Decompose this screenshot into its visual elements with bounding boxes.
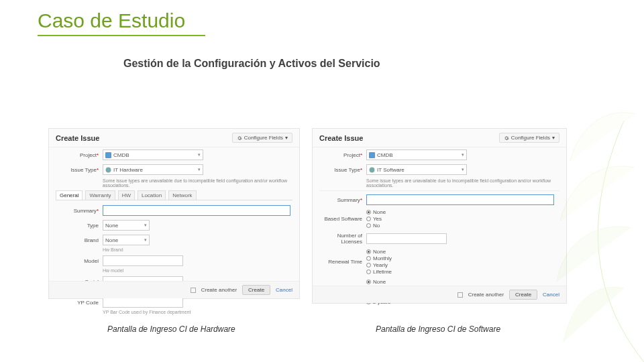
radio-icon [366,256,371,261]
radio-support-none[interactable]: None [366,279,390,285]
radio-icon [366,263,371,267]
issue-type-select[interactable]: IT Software ▾ [366,164,467,175]
project-value: CMDB [113,152,129,158]
tab-hw[interactable]: HW [118,190,135,200]
caption-software: Pantalla de Ingreso CI de Software [376,324,500,334]
yp-label: YP Code [56,300,103,306]
yp-input[interactable] [103,297,183,308]
dialog-footer: Create another Create Cancel [313,286,566,303]
issue-type-label: Issue Type* [319,167,366,173]
radio-renewal-yearly[interactable]: Yearly [366,262,392,268]
licenses-input[interactable] [366,233,447,244]
configure-fields-button[interactable]: Configure Fields ▾ [499,133,559,143]
svg-point-3 [370,167,375,172]
renewal-label: Renewal Time [319,259,366,265]
project-icon [105,152,111,158]
issue-type-value: IT Software [377,167,405,173]
type-icon [105,167,111,173]
tabs: General Warranty HW Location Network [56,190,292,200]
chevron-down-icon: ▾ [462,167,464,172]
configure-fields-label: Configure Fields [244,135,283,141]
tab-general[interactable]: General [56,190,83,200]
issue-type-select[interactable]: IT Hardware ▾ [103,164,203,175]
based-label: Based Software [319,216,366,222]
project-select[interactable]: CMDB ▾ [366,149,467,160]
svg-rect-0 [105,152,111,158]
dialog-footer: Create another Create Cancel [49,281,299,298]
yp-hint: YP Bar Code used by Finance department [49,310,299,314]
licenses-label: Number of Licenses [319,233,366,245]
svg-rect-2 [369,152,375,158]
project-value: CMDB [377,152,393,158]
tab-location[interactable]: Location [138,190,166,200]
project-label: Project* [56,152,103,158]
issue-type-label: Issue Type* [56,167,103,173]
project-select[interactable]: CMDB ▾ [103,149,203,160]
configure-fields-button[interactable]: Configure Fields ▾ [232,133,292,143]
model-input[interactable] [103,255,183,266]
slide-title: Caso de Estudio [38,9,205,36]
model-hint: Hw model [49,268,299,273]
unavailable-help: Some issue types are unavailable due to … [103,178,299,188]
chevron-down-icon: ▾ [552,135,555,141]
project-label: Project* [319,152,366,158]
slide-subtitle: Gestión de la Configuración y Activos de… [123,58,380,70]
radio-based-no[interactable]: No [366,223,386,229]
brand-select[interactable]: None▾ [103,235,150,245]
cancel-button[interactable]: Cancel [276,287,292,293]
tab-warranty[interactable]: Warranty [85,190,115,200]
renewal-radio-group: None Monthly Yearly Lifetime [366,249,392,275]
project-icon [369,152,375,158]
create-button[interactable]: Create [509,290,537,300]
dialog-software: Create Issue Configure Fields ▾ Project*… [312,128,567,304]
issue-type-value: IT Hardware [113,167,143,173]
configure-fields-label: Configure Fields [511,135,550,141]
brand-hint: Hw Brand [49,247,299,252]
model-label: Model [56,258,103,264]
based-radio-group: None Yes No [366,209,386,229]
create-another-checkbox[interactable] [191,288,196,293]
radio-renewal-monthly[interactable]: Monthly [366,255,392,261]
cancel-button[interactable]: Cancel [543,292,559,298]
summary-input[interactable] [103,205,290,216]
radio-icon [366,217,371,221]
dialog-hardware: Create Issue Configure Fields ▾ Project*… [48,128,300,299]
summary-label: Summary* [319,197,366,203]
type-select[interactable]: None▾ [103,220,150,231]
chevron-down-icon: ▾ [285,135,288,141]
summary-input[interactable] [366,194,554,205]
create-another-checkbox[interactable] [458,292,463,298]
radio-icon [366,223,371,228]
create-another-label: Create another [201,287,237,293]
radio-icon [366,249,371,254]
tab-network[interactable]: Network [168,190,196,200]
gear-icon [237,135,242,141]
chevron-down-icon: ▾ [462,152,464,158]
create-another-label: Create another [468,292,504,298]
caption-hardware: Pantalla de Ingreso CI de Hardware [107,324,235,334]
type-label: Type [56,223,103,229]
chevron-down-icon: ▾ [198,167,201,172]
summary-label: Summary* [56,208,103,214]
radio-based-yes[interactable]: Yes [366,216,386,222]
create-button[interactable]: Create [242,285,270,295]
unavailable-help: Some issue types are unavailable due to … [366,178,566,188]
radio-icon [366,269,371,274]
gear-icon [504,135,509,141]
radio-based-none[interactable]: None [366,209,386,215]
chevron-down-icon: ▾ [198,152,201,158]
dialog-title: Create Issue [56,134,99,142]
svg-point-1 [106,167,111,172]
radio-renewal-lifetime[interactable]: Lifetime [366,269,392,275]
radio-icon [366,280,371,284]
dialog-title: Create Issue [319,134,363,142]
radio-icon [366,210,371,215]
radio-renewal-none[interactable]: None [366,249,392,255]
type-icon [369,167,375,173]
brand-label: Brand [56,237,103,243]
